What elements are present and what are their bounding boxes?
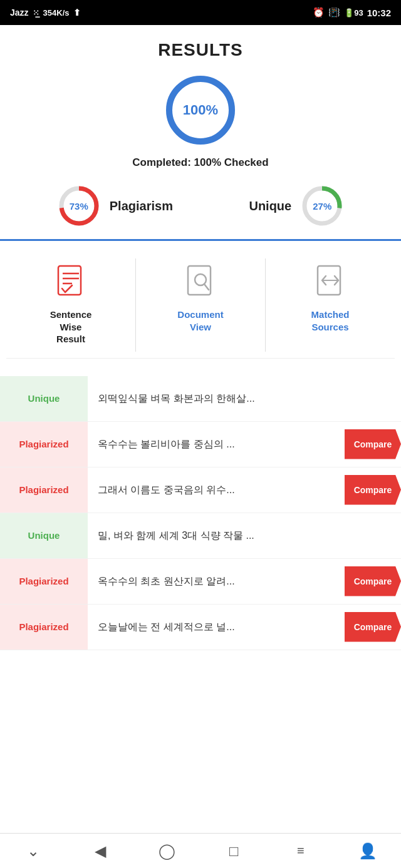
sentence-row: Plagiarized옥수수의 최초 원산지로 알려...Compare: [0, 559, 401, 605]
compare-button-5[interactable]: Compare: [345, 612, 401, 642]
sentence-text-1: 옥수수는 볼리비아를 중심의 ...: [88, 429, 345, 459]
nav-menu-icon[interactable]: ≡: [283, 834, 318, 869]
completed-text: Completed: 100% Checked: [0, 156, 401, 169]
status-bar: Jazz ⁙̲ 354K/s ⬆ ⏰ 📳 🔋93 10:32: [0, 0, 401, 25]
main-content: RESULTS 100% Completed: 100% Checked 73%…: [0, 25, 401, 833]
sentence-badge-3: Unique: [0, 513, 88, 558]
nav-square-icon[interactable]: □: [216, 834, 251, 869]
plagiarism-percent: 73%: [70, 201, 88, 212]
blue-divider: [0, 239, 401, 241]
sentence-row: Plagiarized오늘날에는 전 세계적으로 널...Compare: [0, 605, 401, 650]
sentence-badge-2: Plagiarized: [0, 467, 88, 513]
page-title: RESULTS: [0, 40, 401, 60]
sentence-rows: Unique외떡잎식물 벼목 화본과의 한해살...Plagiarized옥수수…: [0, 376, 401, 650]
sentence-text-5: 오늘날에는 전 세계적으로 널...: [88, 612, 345, 642]
nav-icons-row: SentenceWiseResult DocumentView MatchedS…: [6, 258, 395, 359]
nav-matched-sources[interactable]: MatchedSources: [266, 258, 395, 352]
document-search-icon: [184, 265, 217, 302]
nav-sentence-wise[interactable]: SentenceWiseResult: [6, 258, 136, 352]
sentence-badge-0: Unique: [0, 376, 88, 421]
nav-person-icon[interactable]: 👤: [350, 834, 385, 869]
matched-sources-icon: [314, 265, 346, 302]
plagiarism-label: Plagiarism: [110, 199, 173, 213]
big-circle-container: 100%: [0, 73, 401, 148]
nav-document-label: DocumentView: [177, 309, 223, 333]
plagiarism-circle: 73%: [57, 184, 101, 228]
svg-rect-10: [188, 266, 211, 295]
nav-back-icon[interactable]: ◀: [83, 834, 118, 869]
compare-button-2[interactable]: Compare: [345, 475, 401, 505]
sentence-text-2: 그래서 이름도 중국음의 위수...: [88, 475, 345, 505]
svg-rect-6: [58, 266, 81, 295]
nav-back-btn[interactable]: ⌄: [16, 834, 51, 869]
compare-button-1[interactable]: Compare: [345, 429, 401, 459]
signal-icon: ⁙̲: [33, 8, 39, 18]
document-lines-icon: [55, 265, 87, 302]
nav-document-view[interactable]: DocumentView: [136, 258, 266, 352]
nav-sentence-label: SentenceWiseResult: [50, 309, 92, 345]
carrier-text: Jazz: [10, 8, 29, 18]
svg-line-12: [204, 284, 209, 290]
upload-icon: ⬆: [73, 8, 81, 18]
status-left: Jazz ⁙̲ 354K/s ⬆: [10, 8, 81, 18]
unique-stat: Unique 27%: [249, 184, 344, 228]
sentence-row: Unique밀, 벼와 함께 세계 3대 식량 작물 ...: [0, 513, 401, 559]
alarm-icon: ⏰: [313, 7, 325, 18]
unique-label: Unique: [249, 199, 291, 213]
sentence-badge-1: Plagiarized: [0, 422, 88, 467]
time-display: 10:32: [367, 8, 391, 18]
sentence-badge-5: Plagiarized: [0, 605, 88, 650]
sentence-row: Unique외떡잎식물 벼목 화본과의 한해살...: [0, 376, 401, 422]
nav-home-icon[interactable]: ◯: [150, 834, 185, 869]
unique-percent: 27%: [313, 201, 331, 212]
vibrate-icon: 📳: [328, 7, 340, 18]
sentence-badge-4: Plagiarized: [0, 559, 88, 604]
sentence-text-4: 옥수수의 최초 원산지로 알려...: [88, 566, 345, 596]
sentence-row: Plagiarized그래서 이름도 중국음의 위수...Compare: [0, 467, 401, 513]
main-progress-circle: 100%: [163, 73, 238, 148]
stats-row: 73% Plagiarism Unique 27%: [0, 184, 401, 228]
status-right: ⏰ 📳 🔋93 10:32: [313, 7, 391, 18]
nav-matched-label: MatchedSources: [311, 309, 350, 333]
main-circle-label: 100%: [183, 102, 218, 118]
bottom-nav: ⌄ ◀ ◯ □ ≡ 👤: [0, 833, 401, 868]
plagiarism-stat: 73% Plagiarism: [57, 184, 173, 228]
sentence-text-3: 밀, 벼와 함께 세계 3대 식량 작물 ...: [88, 521, 401, 551]
sentence-row: Plagiarized옥수수는 볼리비아를 중심의 ...Compare: [0, 422, 401, 467]
unique-circle: 27%: [300, 184, 344, 228]
sentence-text-0: 외떡잎식물 벼목 화본과의 한해살...: [88, 384, 401, 414]
network-speed: 354K/s: [43, 8, 70, 18]
battery-icon: 🔋93: [344, 8, 363, 18]
compare-button-4[interactable]: Compare: [345, 566, 401, 596]
